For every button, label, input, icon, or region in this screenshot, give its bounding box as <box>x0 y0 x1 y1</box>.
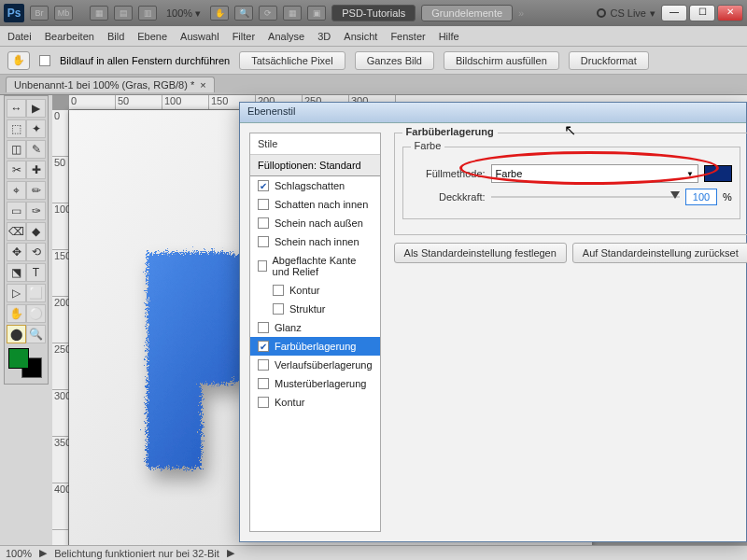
brush-tool[interactable]: ⌖ <box>7 181 26 200</box>
style-item-8[interactable]: ✔Farbüberlagerung <box>250 337 380 356</box>
workspace-more-icon[interactable]: » <box>518 7 524 19</box>
minibridge-icon[interactable]: Mb <box>54 6 73 21</box>
style-item-11[interactable]: Kontur <box>250 393 380 412</box>
style-item-10[interactable]: Musterüberlagerung <box>250 374 380 393</box>
close-button[interactable]: ✕ <box>717 5 743 21</box>
menu-bild[interactable]: Bild <box>107 31 124 42</box>
cs-live[interactable]: CS Live ▾ <box>597 7 655 20</box>
scroll-all-checkbox[interactable] <box>39 55 50 66</box>
heal-tool[interactable]: ✚ <box>26 161 46 179</box>
menu-3d[interactable]: 3D <box>317 31 331 42</box>
rotate-view-icon[interactable]: ⟳ <box>259 6 277 21</box>
style-item-0[interactable]: ✔Schlagschatten <box>250 176 380 195</box>
path-tool[interactable]: ▷ <box>7 284 26 302</box>
style-label: Farbüberlagerung <box>275 341 356 352</box>
workspace-psd-tutorials[interactable]: PSD-Tutorials <box>331 5 416 21</box>
style-item-1[interactable]: Schatten nach innen <box>250 195 380 214</box>
dodge-tool[interactable]: ⟲ <box>26 243 46 261</box>
bridge-icon[interactable]: Br <box>30 6 49 21</box>
move-tool[interactable]: ↔ <box>7 99 26 118</box>
history-brush-tool[interactable]: ✑ <box>26 202 46 220</box>
actual-pixels-button[interactable]: Tatsächliche Pixel <box>239 51 345 70</box>
style-checkbox[interactable] <box>273 285 284 296</box>
marquee-tool[interactable]: ⬚ <box>7 119 26 138</box>
style-checkbox[interactable] <box>258 260 267 272</box>
style-item-9[interactable]: Verlaufsüberlagerung <box>250 356 380 374</box>
styles-header[interactable]: Stile <box>250 133 380 155</box>
blending-options-header[interactable]: Fülloptionen: Standard <box>250 155 380 176</box>
menu-ansicht[interactable]: Ansicht <box>344 31 377 42</box>
shape-tool[interactable]: ⬜ <box>26 284 46 302</box>
fit-screen-button[interactable]: Ganzes Bild <box>355 51 434 70</box>
style-checkbox[interactable] <box>258 378 269 389</box>
hand-tool[interactable]: ⬤ <box>7 325 26 343</box>
eraser-tool[interactable]: ⌫ <box>7 222 26 241</box>
screen-mode-icon[interactable]: ▣ <box>307 6 326 21</box>
foreground-color[interactable] <box>8 348 29 369</box>
menu-hilfe[interactable]: Hilfe <box>439 31 459 42</box>
style-checkbox[interactable] <box>258 236 269 247</box>
make-default-button[interactable]: Als Standardeinstellung festlegen <box>394 243 567 263</box>
style-checkbox[interactable] <box>258 322 269 333</box>
style-item-6[interactable]: Struktur <box>250 300 380 318</box>
eyedropper-tool[interactable]: ✎ <box>26 140 46 159</box>
slice-tool[interactable]: ✂ <box>7 161 26 179</box>
blur-tool[interactable]: ✥ <box>7 243 26 261</box>
style-item-5[interactable]: Kontur <box>250 281 380 300</box>
status-zoom[interactable]: 100% <box>6 548 32 559</box>
workspace-grundelemente[interactable]: Grundelemente <box>421 5 513 21</box>
style-item-3[interactable]: Schein nach innen <box>250 232 380 251</box>
opacity-slider[interactable] <box>491 196 680 198</box>
blend-mode-select[interactable]: Farbe ▼ <box>491 164 698 183</box>
style-checkbox[interactable] <box>258 199 269 210</box>
style-item-4[interactable]: Abgeflachte Kante und Relief <box>250 251 380 281</box>
view-extras-icon[interactable]: ▦ <box>90 6 108 21</box>
3d-tool[interactable]: ✋ <box>7 304 26 323</box>
style-label: Struktur <box>289 303 326 315</box>
arrange-docs-icon[interactable]: ▦ <box>283 6 302 21</box>
3d-camera-tool[interactable]: ⚪ <box>26 304 46 323</box>
view-rulers-icon[interactable]: ▤ <box>114 6 133 21</box>
hand-mini-icon[interactable]: ✋ <box>210 6 229 21</box>
selection-tool[interactable]: ▶ <box>26 99 46 118</box>
menu-ebene[interactable]: Ebene <box>137 31 167 42</box>
style-checkbox[interactable] <box>258 359 269 371</box>
pencil-tool[interactable]: ✏ <box>26 181 46 200</box>
overlay-color-swatch[interactable] <box>704 165 732 182</box>
document-tab-close-icon[interactable]: × <box>200 79 205 91</box>
style-checkbox[interactable] <box>273 303 284 315</box>
menu-fenster[interactable]: Fenster <box>390 31 425 42</box>
style-checkbox[interactable] <box>258 217 269 229</box>
pen-tool[interactable]: ⬔ <box>7 263 26 282</box>
zoom-level[interactable]: 100% ▾ <box>162 7 204 20</box>
style-item-7[interactable]: Glanz <box>250 318 380 337</box>
zoom-mini-icon[interactable]: 🔍 <box>234 6 253 21</box>
crop-tool[interactable]: ◫ <box>7 140 26 159</box>
document-tab[interactable]: Unbenannt-1 bei 100% (Gras, RGB/8) * × <box>6 77 215 92</box>
type-tool[interactable]: T <box>26 263 46 282</box>
zoom-tool[interactable]: 🔍 <box>26 325 46 343</box>
style-checkbox[interactable]: ✔ <box>258 180 269 191</box>
minimize-button[interactable]: — <box>661 5 687 21</box>
current-tool-icon[interactable]: ✋ <box>7 51 30 70</box>
opacity-input[interactable]: 100 <box>685 189 717 205</box>
style-checkbox[interactable]: ✔ <box>258 341 269 352</box>
print-size-button[interactable]: Druckformat <box>569 51 649 70</box>
fill-screen-button[interactable]: Bildschirm ausfüllen <box>444 51 559 70</box>
color-overlay-group: Farbüberlagerung Farbe Füllmethode: Farb… <box>394 133 747 235</box>
style-item-2[interactable]: Schein nach außen <box>250 214 380 232</box>
style-checkbox[interactable] <box>258 397 269 408</box>
menu-bearbeiten[interactable]: Bearbeiten <box>45 31 94 42</box>
view-guides-icon[interactable]: ▥ <box>138 6 157 21</box>
dialog-title[interactable]: Ebenenstil <box>240 103 746 123</box>
gradient-tool[interactable]: ◆ <box>26 222 46 241</box>
menu-bar: Datei Bearbeiten Bild Ebene Auswahl Filt… <box>0 26 747 47</box>
maximize-button[interactable]: ☐ <box>689 5 715 21</box>
reset-default-button[interactable]: Auf Standardeinstellung zurückset <box>572 243 747 263</box>
menu-filter[interactable]: Filter <box>233 31 255 42</box>
wand-tool[interactable]: ✦ <box>26 119 46 138</box>
menu-auswahl[interactable]: Auswahl <box>180 31 219 42</box>
menu-analyse[interactable]: Analyse <box>268 31 304 42</box>
stamp-tool[interactable]: ▭ <box>7 202 26 220</box>
menu-datei[interactable]: Datei <box>7 31 32 42</box>
